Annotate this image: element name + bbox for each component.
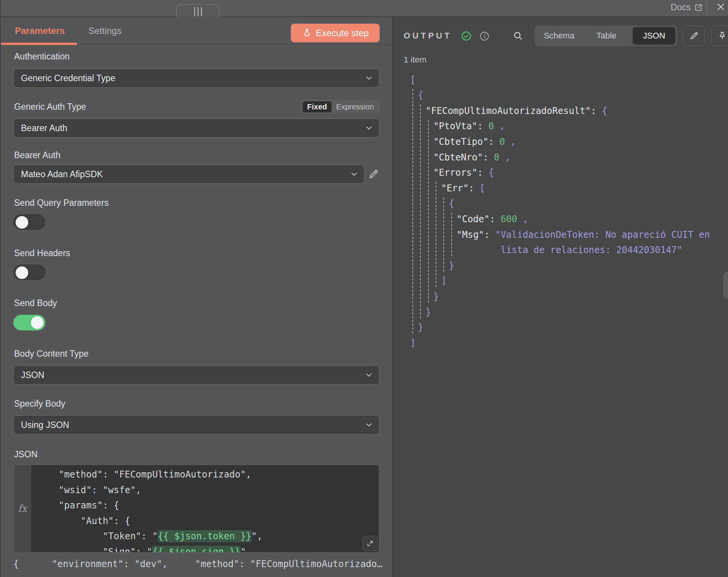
specify-body-select[interactable]: Using JSON (13, 415, 379, 434)
toggle-knob (16, 266, 28, 279)
toggle-knob (31, 316, 43, 329)
success-check-icon (461, 30, 472, 42)
indent-guide (443, 197, 444, 272)
edit-output-button[interactable] (683, 26, 705, 46)
send-body-label: Send Body (14, 298, 57, 308)
tab-parameters[interactable]: Parameters (15, 26, 65, 36)
output-panel: OUTPUT Schema Table JSON 1 item [{"FECom… (394, 17, 728, 577)
execute-step-button[interactable]: Execute step (291, 24, 380, 42)
indent-guide (428, 120, 429, 303)
pencil-icon (689, 31, 699, 41)
node-settings-panel: Parameters Settings Execute step Authent… (1, 17, 393, 577)
tab-table[interactable]: Table (584, 31, 629, 41)
tab-schema[interactable]: Schema (534, 31, 584, 41)
body-content-type-select[interactable]: JSON (13, 365, 379, 385)
send-headers-label: Send Headers (14, 248, 70, 258)
chevron-down-icon (350, 170, 359, 179)
generic-auth-type-label: Generic Auth Type (14, 102, 86, 112)
json-tree-row: "CbteTipo": 0 , (433, 134, 516, 149)
tab-settings[interactable]: Settings (88, 26, 122, 36)
edit-credential-pencil-icon[interactable] (368, 168, 379, 180)
output-json-tree: [{"FECompUltimoAutorizadoResult": {"PtoV… (410, 72, 726, 362)
body-content-type-value: JSON (21, 366, 44, 384)
execute-step-label: Execute step (316, 28, 369, 38)
editor-gutter: fx (14, 465, 31, 552)
json-editor-code[interactable]: "method": "FECompUltimoAutorizado", "wsi… (31, 465, 379, 552)
generic-auth-type-value: Bearer Auth (21, 119, 67, 137)
output-view-switch: Schema Table JSON (534, 26, 677, 46)
chevron-down-icon (364, 370, 374, 380)
json-tree-row: } (426, 304, 431, 320)
bearer-auth-credential-select[interactable]: Mateo Adan AfipSDK (13, 165, 364, 184)
docs-link-label: Docs (671, 2, 691, 13)
indent-guide (451, 213, 452, 256)
scrollbar-thumb[interactable] (723, 272, 728, 298)
active-tab-underline (1, 43, 77, 45)
json-tree-row: "Msg": "ValidacionDeToken: No apareció C… (457, 227, 710, 242)
send-body-toggle[interactable] (13, 315, 45, 330)
send-query-parameters-label: Send Query Parameters (14, 198, 109, 208)
authentication-label: Authentication (14, 51, 70, 62)
json-tree-row: } (418, 320, 423, 335)
topbar-divider (707, 0, 707, 12)
body-content-type-label: Body Content Type (14, 349, 88, 359)
body-preview-line: { "environment": "dev", "method": "FECom… (13, 559, 382, 569)
authentication-select[interactable]: Generic Credential Type (13, 69, 379, 88)
indent-guide (436, 182, 436, 287)
editor-expand-button[interactable] (362, 536, 378, 551)
json-tree-row: ] (441, 273, 446, 289)
send-headers-toggle[interactable] (13, 264, 45, 280)
json-body-editor[interactable]: fx "method": "FECompUltimoAutorizado", "… (13, 465, 379, 553)
json-tree-row: "Code": 600 , (457, 211, 528, 227)
json-tree-row: ] (410, 335, 415, 351)
top-bar: Docs (1, 0, 728, 17)
json-tree-row: "PtoVta": 0 , (433, 119, 505, 134)
json-tree-row: { (449, 196, 454, 212)
node-settings-header: Parameters Settings Execute step (1, 17, 392, 45)
json-tree-row: } (433, 288, 439, 304)
flask-icon (302, 28, 312, 38)
generic-auth-type-select[interactable]: Bearer Auth (13, 119, 379, 138)
json-tree-row: } (449, 258, 454, 273)
chevron-down-icon (364, 420, 374, 430)
authentication-value: Generic Credential Type (21, 69, 115, 87)
json-tree-row: [ (410, 72, 415, 88)
panel-drag-handle[interactable] (176, 4, 220, 18)
expression-option[interactable]: Expression (336, 103, 374, 111)
json-field-label: JSON (14, 449, 37, 460)
output-items-count: 1 item (404, 55, 427, 65)
json-tree-row: "FECompUltimoAutorizadoResult": { (426, 103, 608, 119)
specify-body-label: Specify Body (14, 399, 65, 409)
info-icon[interactable] (479, 31, 490, 42)
docs-link[interactable]: Docs (671, 0, 703, 14)
json-tree-row: "Errors": { (433, 165, 494, 181)
pin-icon (717, 31, 727, 41)
chevron-down-icon (364, 74, 374, 83)
json-tree-row: { (418, 88, 423, 103)
chevron-down-icon (364, 123, 374, 133)
external-link-icon (694, 3, 703, 12)
fixed-expression-switch: Fixed Expression (301, 99, 380, 114)
close-button[interactable] (714, 0, 727, 14)
bearer-auth-credential-value: Mateo Adan AfipSDK (21, 165, 103, 183)
fx-expression-icon: fx (18, 503, 27, 514)
specify-body-value: Using JSON (21, 416, 69, 434)
indent-guide (420, 104, 421, 318)
fixed-option[interactable]: Fixed (303, 101, 332, 112)
expand-icon (366, 540, 374, 547)
output-title: OUTPUT (404, 31, 452, 41)
drag-handle-icon (201, 7, 202, 16)
indent-guide (412, 89, 413, 334)
search-icon[interactable] (513, 30, 523, 41)
bearer-auth-label: Bearer Auth (14, 150, 60, 160)
json-tree-row: "Err": [ (441, 180, 485, 196)
drag-handle-icon (197, 7, 199, 16)
close-icon (716, 2, 726, 12)
tab-json[interactable]: JSON (633, 27, 675, 45)
node-detail-view: Docs Parameters Settings Execute step A (0, 0, 728, 577)
send-query-parameters-toggle[interactable] (13, 214, 45, 230)
json-tree-row: "CbteNro": 0 , (433, 149, 510, 165)
json-tree-row: lista de relaciones: 20442030147" (457, 242, 682, 258)
pin-data-button[interactable] (711, 26, 728, 46)
toggle-knob (16, 216, 28, 229)
